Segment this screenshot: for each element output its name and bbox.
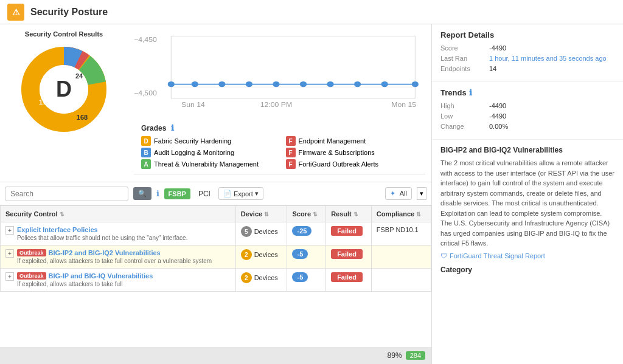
change-row: Change 0.00% [440, 123, 614, 130]
export-button[interactable]: 📄 Export ▾ [218, 187, 263, 200]
svg-text:27: 27 [45, 76, 52, 83]
warning-icon: ⚠ [7, 4, 24, 21]
cell-compliance-3 [371, 269, 431, 292]
grades-info-icon[interactable]: ℹ [171, 123, 174, 132]
low-value: -4490 [489, 112, 506, 120]
grade-item-endpoint: F Endpoint Management [286, 136, 419, 146]
svg-point-21 [381, 81, 388, 87]
svg-text:Mon 15: Mon 15 [391, 101, 416, 108]
svg-text:Sun 14: Sun 14 [181, 101, 205, 108]
result-badge-2: Failed [331, 249, 363, 259]
footer-percent: 89% [388, 351, 402, 360]
col-result[interactable]: Result ⇅ [326, 206, 372, 222]
cell-security-control-2: + Outbreak BIG-IP2 and BIG-IQ2 Vulnerabi… [1, 246, 236, 269]
grade-badge-d: D [141, 136, 151, 146]
cell-result-2: Failed [326, 246, 372, 269]
category-title: Category [440, 266, 614, 274]
main-content: Security Control Results [0, 24, 623, 364]
row-title-1[interactable]: Explicit Interface Policies [17, 226, 187, 233]
expand-button-1[interactable]: + [5, 226, 14, 235]
line-chart-svg: −4,450 −4,500 [134, 30, 425, 115]
row-desc-1: Polices that allow traffic should not be… [17, 235, 187, 241]
expand-button-3[interactable]: + [5, 272, 14, 281]
filter-icon: ✦ [390, 190, 395, 197]
device-count-3: 2 [241, 272, 252, 283]
high-value: -4490 [489, 102, 506, 109]
sort-icon-sc: ⇅ [60, 211, 64, 218]
low-label: Low [440, 112, 489, 120]
donut-chart: 24 27 17 168 D [15, 41, 113, 138]
footer-count-badge: 284 [406, 351, 425, 360]
cell-device-3: 2 Devices [235, 269, 287, 292]
svg-text:−4,500: −4,500 [134, 90, 157, 97]
table-row: + Explicit Interface Policies Polices th… [1, 222, 431, 246]
report-details-section: Report Details Score -4490 Last Ran 1 ho… [432, 24, 623, 82]
outbreak-badge-2: Outbreak [17, 249, 46, 256]
score-badge-3: -5 [292, 272, 308, 282]
all-filter-button[interactable]: ✦ All [385, 187, 412, 200]
cell-device-1: 5 Devices [235, 222, 287, 246]
search-input[interactable] [5, 187, 128, 201]
all-dropdown-button[interactable]: ▾ [417, 187, 426, 200]
cell-result-1: Failed [326, 222, 372, 246]
toolbar-info-icon[interactable]: ℹ [156, 189, 159, 198]
svg-point-14 [192, 81, 198, 87]
threat-signal-link[interactable]: 🛡 FortiGuard Threat Signal Report [440, 252, 614, 259]
cell-score-3: -5 [287, 269, 326, 292]
export-icon: 📄 [223, 190, 232, 197]
device-count-2: 2 [241, 249, 252, 260]
cell-score-2: -5 [287, 246, 326, 269]
device-count-1: 5 [241, 226, 252, 237]
search-button[interactable]: 🔍 [133, 187, 151, 200]
sort-icon-dev: ⇅ [264, 211, 269, 218]
result-badge-3: Failed [331, 272, 363, 282]
grade-item-audit: B Audit Logging & Monitoring [141, 148, 274, 157]
svg-point-16 [246, 81, 252, 87]
score-label: Score [440, 44, 489, 52]
high-label: High [440, 102, 489, 109]
pci-button[interactable]: PCI [195, 188, 214, 200]
last-ran-label: Last Ran [440, 55, 489, 62]
change-value: 0.00% [489, 123, 508, 130]
cell-compliance-2 [371, 246, 431, 269]
right-panel: Report Details Score -4490 Last Ran 1 ho… [432, 24, 623, 364]
cell-compliance-1: FSBP ND10.1 [371, 222, 431, 246]
header: ⚠ Security Posture [0, 0, 623, 24]
grade-item-fabric: D Fabric Security Hardening [141, 136, 274, 146]
grade-item-threat: A Threat & Vulnerability Management [141, 159, 274, 169]
search-bar: 🔍 ℹ FSBP PCI 📄 Export ▾ ✦ All ▾ [0, 182, 431, 205]
svg-point-17 [273, 81, 279, 87]
table-footer: 89% 284 [0, 347, 431, 364]
svg-point-18 [300, 81, 307, 87]
col-compliance[interactable]: Compliance ⇅ [371, 206, 431, 222]
detail-text-title: BIG-IP2 and BIG-IQ2 Vulnerabilities [440, 146, 614, 154]
table-container: Security Control ⇅ Device ⇅ Score ⇅ [0, 205, 431, 347]
expand-button-2[interactable]: + [5, 249, 14, 258]
donut-grade-label: D [56, 77, 72, 102]
fsbp-button[interactable]: FSBP [164, 188, 190, 199]
top-section: Security Control Results [0, 24, 431, 182]
export-chevron-icon: ▾ [255, 190, 259, 197]
svg-text:24: 24 [75, 72, 83, 80]
row-title-2[interactable]: BIG-IP2 and BIG-IQ2 Vulnerabilities [49, 249, 161, 256]
svg-point-15 [218, 81, 225, 87]
svg-rect-11 [171, 36, 415, 98]
col-score[interactable]: Score ⇅ [287, 206, 326, 222]
table-row: + Outbreak BIG-IP2 and BIG-IQ2 Vulnerabi… [1, 246, 431, 269]
endpoints-label: Endpoints [440, 65, 489, 72]
report-details-title: Report Details [440, 30, 614, 39]
low-row: Low -4490 [440, 112, 614, 120]
donut-title: Security Control Results [25, 30, 103, 38]
compliance-text-1: FSBP ND10.1 [377, 226, 419, 233]
donut-area: Security Control Results [0, 24, 128, 182]
row-desc-2: If exploited, allows attackers to take f… [17, 258, 212, 264]
row-title-3[interactable]: BIG-IP and BIG-IQ Vulnerabilities [49, 272, 153, 280]
grade-item-fortiguard: F FortiGuard Outbreak Alerts [286, 159, 419, 169]
svg-text:17: 17 [39, 98, 46, 106]
col-device[interactable]: Device ⇅ [235, 206, 287, 222]
col-security-control[interactable]: Security Control ⇅ [1, 206, 236, 222]
detail-text-body: The 2 most critical vulnerabilities allo… [440, 158, 614, 249]
score-badge-1: -25 [292, 226, 312, 236]
sort-icon-result: ⇅ [353, 211, 358, 218]
trends-info-icon[interactable]: ℹ [469, 88, 472, 97]
